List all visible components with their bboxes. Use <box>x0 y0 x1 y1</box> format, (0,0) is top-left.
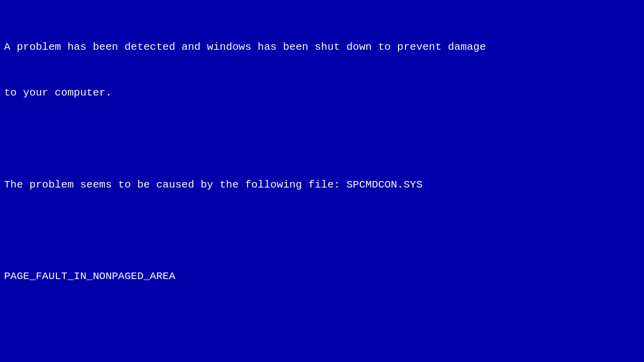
bsod-line-1: A problem has been detected and windows … <box>4 40 640 55</box>
bsod-line-3: The problem seems to be caused by the fo… <box>4 177 640 193</box>
bsod-spacer-1 <box>4 132 640 147</box>
bsod-line-2: to your computer. <box>4 85 640 101</box>
bsod-spacer-2 <box>4 223 640 238</box>
bsod-spacer-3 <box>4 315 640 330</box>
bsod-error-code: PAGE_FAULT_IN_NONPAGED_AREA <box>4 269 640 284</box>
bsod-screen: A problem has been detected and windows … <box>0 0 644 362</box>
